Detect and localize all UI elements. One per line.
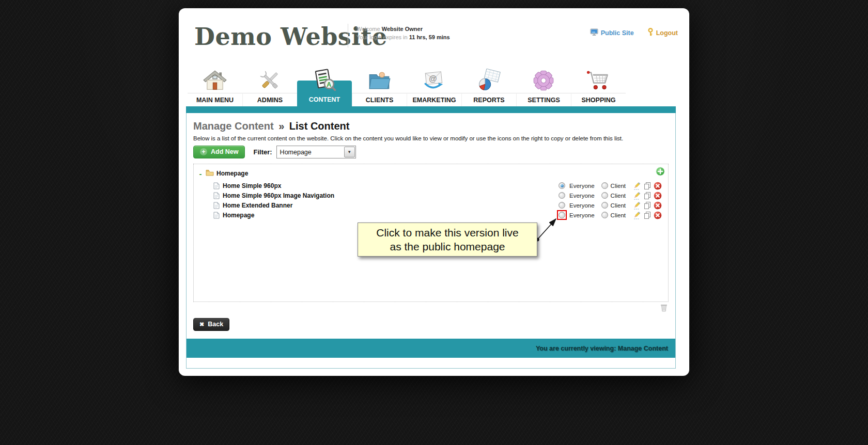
edit-icon[interactable] — [633, 211, 641, 219]
logout-label: Logout — [656, 29, 678, 37]
row-actions — [633, 182, 662, 190]
page-icon — [213, 202, 220, 209]
client-radio[interactable] — [601, 182, 608, 189]
tab-label: EMARKETING — [407, 93, 461, 106]
tab-settings[interactable]: SETTINGS — [516, 64, 571, 106]
client-label[interactable]: Client — [611, 202, 626, 209]
everyone-radio[interactable] — [559, 202, 565, 209]
add-new-label: Add New — [211, 148, 238, 155]
add-new-button[interactable]: + Add New — [193, 146, 245, 158]
tooltip-line-2: as the public homepage — [358, 240, 537, 253]
key-icon — [647, 28, 654, 38]
copy-icon[interactable] — [643, 182, 652, 190]
copy-icon[interactable] — [643, 201, 652, 210]
delete-icon[interactable] — [654, 182, 662, 190]
page-title-subsection: List Content — [289, 120, 350, 132]
content-list-box: - Homepage Home Simple 960px Everyone — [193, 164, 669, 302]
folder-person-icon — [367, 65, 391, 92]
document-magnifier-icon: A — [313, 65, 336, 92]
client-radio[interactable] — [601, 192, 608, 199]
svg-text:@: @ — [429, 74, 437, 83]
tab-admins[interactable]: ADMINS — [242, 64, 297, 106]
tooltip-line-1: Click to make this version live — [358, 226, 537, 240]
page-icon — [213, 212, 220, 219]
tab-label: REPORTS — [461, 93, 516, 106]
svg-text:A: A — [327, 81, 331, 88]
tab-main-menu[interactable]: MAIN MENU — [188, 64, 242, 106]
tools-icon — [258, 65, 282, 92]
app-window: Demo Website Welcome Website Owner Your … — [179, 8, 689, 376]
tab-label: SETTINGS — [516, 93, 571, 106]
filter-select[interactable]: Homepage ▼ — [276, 146, 356, 158]
content-item-link[interactable]: Homepage — [223, 212, 254, 219]
tab-label: MAIN MENU — [188, 93, 242, 106]
content-panel: Manage Content » List Content Below is a… — [186, 113, 676, 369]
content-item-link[interactable]: Home Simple 960px — [223, 182, 281, 189]
everyone-label[interactable]: Everyone — [569, 202, 595, 209]
client-label[interactable]: Client — [611, 193, 626, 199]
plus-icon: + — [200, 148, 207, 155]
breadcrumb-separator: » — [278, 120, 284, 132]
everyone-label[interactable]: Everyone — [569, 183, 595, 189]
folder-icon — [206, 169, 214, 178]
audience-options: Everyone Client — [557, 200, 630, 210]
back-button[interactable]: ✖ Back — [193, 318, 229, 331]
copy-icon[interactable] — [643, 192, 652, 200]
everyone-radio[interactable] — [559, 212, 565, 218]
copy-icon[interactable] — [643, 211, 652, 219]
public-site-link[interactable]: Public Site — [590, 28, 634, 38]
dropdown-arrow-icon[interactable]: ▼ — [344, 147, 355, 157]
everyone-label[interactable]: Everyone — [569, 193, 595, 199]
status-text: You are currently viewing: Manage Conten… — [536, 345, 668, 352]
public-site-label: Public Site — [601, 29, 634, 37]
delete-icon[interactable] — [654, 201, 662, 210]
everyone-radio[interactable] — [559, 192, 565, 199]
tab-emarketing[interactable]: @ EMARKETING — [407, 64, 461, 106]
login-expires-label: Your login expires in — [357, 34, 408, 40]
row-actions — [633, 211, 662, 219]
welcome-block: Welcome Website Owner Your login expires… — [357, 25, 450, 41]
content-item-link[interactable]: Home Extended Banner — [223, 202, 292, 209]
page-icon — [213, 182, 220, 189]
delete-icon[interactable] — [654, 211, 662, 219]
trash-icon[interactable] — [660, 304, 668, 312]
edit-icon[interactable] — [633, 201, 641, 210]
collapse-icon[interactable]: - — [198, 170, 203, 178]
tab-shopping[interactable]: SHOPPING — [571, 64, 626, 106]
header-links: Public Site Logout — [590, 28, 678, 38]
login-expires-value: 11 hrs, 59 mins — [409, 34, 450, 40]
client-radio[interactable] — [601, 212, 608, 218]
everyone-label[interactable]: Everyone — [569, 212, 595, 218]
tab-clients[interactable]: CLIENTS — [352, 64, 407, 106]
logout-link[interactable]: Logout — [647, 28, 678, 38]
content-item-link[interactable]: Home Simple 960px Image Navigation — [223, 192, 334, 199]
edit-icon[interactable] — [633, 192, 641, 200]
email-icon: @ — [422, 65, 446, 92]
tab-label: SHOPPING — [571, 93, 626, 106]
audience-options: Everyone Client — [557, 210, 630, 220]
x-icon: ✖ — [199, 322, 204, 327]
pie-chart-icon — [477, 65, 501, 92]
folder-label[interactable]: Homepage — [216, 170, 248, 177]
trash-row — [193, 304, 669, 312]
delete-icon[interactable] — [654, 192, 662, 200]
everyone-radio[interactable] — [559, 182, 565, 189]
radio-highlight-box — [557, 181, 567, 190]
add-content-icon[interactable] — [656, 167, 665, 176]
page-icon — [213, 192, 220, 199]
welcome-user-name: Website Owner — [382, 26, 423, 32]
annotation-tooltip: Click to make this version live as the p… — [358, 223, 537, 257]
house-icon — [203, 65, 227, 92]
row-actions — [633, 192, 662, 200]
client-label[interactable]: Client — [611, 183, 626, 189]
page-title-section: Manage Content — [193, 120, 274, 132]
edit-icon[interactable] — [633, 182, 641, 190]
table-row: Home Simple 960px Image Navigation Every… — [198, 190, 663, 200]
tab-content[interactable]: A CONTENT — [297, 64, 352, 106]
filter-label: Filter: — [253, 148, 272, 156]
client-radio[interactable] — [601, 202, 608, 209]
filter-selected-value: Homepage — [277, 149, 344, 156]
tab-reports[interactable]: REPORTS — [461, 64, 516, 106]
client-label[interactable]: Client — [611, 212, 626, 218]
tab-label: CONTENT — [297, 93, 352, 106]
